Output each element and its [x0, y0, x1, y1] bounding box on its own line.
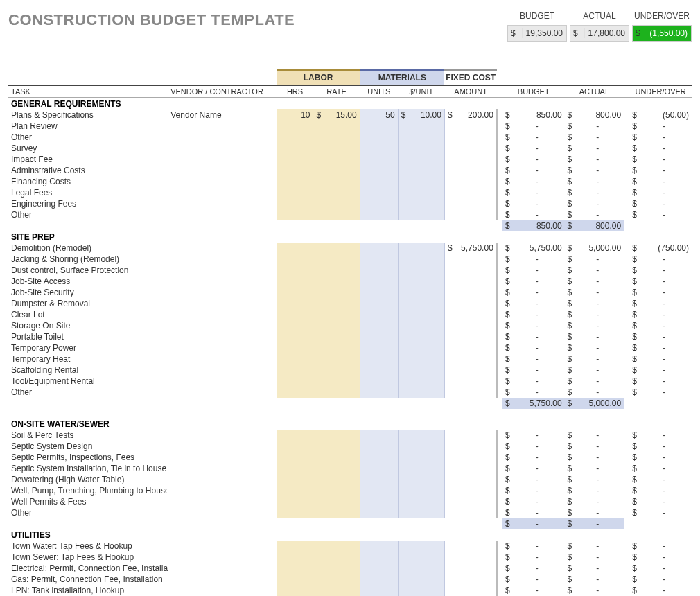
table-row[interactable]: Other---	[8, 387, 692, 398]
amount-cell[interactable]	[444, 496, 496, 507]
punit-cell[interactable]	[398, 187, 444, 198]
table-row[interactable]: Other---	[8, 132, 692, 143]
rate-cell[interactable]	[313, 243, 360, 254]
vendor-cell[interactable]	[168, 387, 277, 398]
rate-cell[interactable]	[313, 154, 360, 165]
hrs-cell[interactable]	[277, 441, 313, 452]
rate-cell[interactable]	[313, 298, 360, 309]
units-cell[interactable]	[360, 387, 398, 398]
rate-cell[interactable]	[313, 287, 360, 298]
vendor-cell[interactable]	[168, 463, 277, 474]
units-cell[interactable]	[360, 376, 398, 387]
vendor-cell[interactable]	[168, 474, 277, 485]
task-cell[interactable]: Impact Fee	[8, 154, 168, 165]
amount-cell[interactable]	[444, 430, 496, 441]
punit-cell[interactable]	[398, 265, 444, 276]
hrs-cell[interactable]	[277, 298, 313, 309]
punit-cell[interactable]	[398, 165, 444, 176]
vendor-cell[interactable]	[168, 298, 277, 309]
punit-cell[interactable]	[398, 176, 444, 187]
vendor-cell[interactable]	[168, 287, 277, 298]
rate-cell[interactable]	[313, 254, 360, 265]
task-cell[interactable]: Town Sewer: Tap Fees & Hookup	[8, 552, 168, 563]
table-row[interactable]: Dewatering (High Water Table)---	[8, 474, 692, 485]
hrs-cell[interactable]	[277, 331, 313, 342]
vendor-cell[interactable]	[168, 585, 277, 596]
punit-cell[interactable]	[398, 143, 444, 154]
units-cell[interactable]	[360, 287, 398, 298]
table-row[interactable]: Temporary Heat---	[8, 353, 692, 365]
punit-cell[interactable]	[398, 320, 444, 331]
hrs-cell[interactable]	[277, 574, 313, 585]
amount-cell[interactable]	[444, 198, 496, 209]
vendor-cell[interactable]	[168, 121, 277, 132]
rate-cell[interactable]	[313, 187, 360, 198]
punit-cell[interactable]	[398, 463, 444, 474]
amount-cell[interactable]	[444, 585, 496, 596]
amount-cell[interactable]	[444, 165, 496, 176]
amount-cell[interactable]	[444, 463, 496, 474]
punit-cell[interactable]	[398, 276, 444, 287]
vendor-cell[interactable]	[168, 265, 277, 276]
task-cell[interactable]: Scaffolding Rental	[8, 365, 168, 376]
table-row[interactable]: Dust control, Surface Protection---	[8, 265, 692, 276]
punit-cell[interactable]	[398, 353, 444, 365]
vendor-cell[interactable]	[168, 198, 277, 209]
hrs-cell[interactable]	[277, 452, 313, 463]
rate-cell[interactable]	[313, 452, 360, 463]
hrs-cell[interactable]	[277, 276, 313, 287]
amount-cell[interactable]	[444, 276, 496, 287]
punit-cell[interactable]	[398, 541, 444, 552]
units-cell[interactable]	[360, 585, 398, 596]
rate-cell[interactable]	[313, 441, 360, 452]
amount-cell[interactable]	[444, 353, 496, 365]
rate-cell[interactable]	[313, 176, 360, 187]
table-row[interactable]: Tool/Equipment Rental---	[8, 376, 692, 387]
hrs-cell[interactable]	[277, 376, 313, 387]
task-cell[interactable]: Plans & Specifications	[8, 109, 168, 121]
task-cell[interactable]: Storage On Site	[8, 320, 168, 331]
task-cell[interactable]: Dewatering (High Water Table)	[8, 474, 168, 485]
units-cell[interactable]	[360, 143, 398, 154]
punit-cell[interactable]	[398, 387, 444, 398]
task-cell[interactable]: Other	[8, 387, 168, 398]
punit-cell[interactable]	[398, 496, 444, 507]
hrs-cell[interactable]	[277, 365, 313, 376]
task-cell[interactable]: Temporary Heat	[8, 353, 168, 365]
rate-cell[interactable]	[313, 474, 360, 485]
vendor-cell[interactable]	[168, 187, 277, 198]
task-cell[interactable]: Portable Toilet	[8, 331, 168, 342]
vendor-cell[interactable]	[168, 496, 277, 507]
hrs-cell[interactable]	[277, 320, 313, 331]
amount-cell[interactable]	[444, 552, 496, 563]
hrs-cell[interactable]	[277, 176, 313, 187]
task-cell[interactable]: Dumpster & Removal	[8, 298, 168, 309]
table-row[interactable]: Town Water: Tap Fees & Hookup---	[8, 541, 692, 552]
amount-cell[interactable]	[444, 574, 496, 585]
hrs-cell[interactable]	[277, 265, 313, 276]
hrs-cell[interactable]	[277, 309, 313, 320]
table-row[interactable]: Engineering Fees---	[8, 198, 692, 209]
rate-cell[interactable]	[313, 353, 360, 365]
amount-cell[interactable]	[444, 176, 496, 187]
vendor-cell[interactable]	[168, 441, 277, 452]
hrs-cell[interactable]	[277, 430, 313, 441]
vendor-cell[interactable]	[168, 209, 277, 220]
units-cell[interactable]	[360, 507, 398, 518]
vendor-cell[interactable]	[168, 154, 277, 165]
amount-cell[interactable]	[444, 376, 496, 387]
punit-cell[interactable]	[398, 121, 444, 132]
amount-cell[interactable]	[444, 121, 496, 132]
hrs-cell[interactable]	[277, 165, 313, 176]
amount-cell[interactable]	[444, 287, 496, 298]
table-row[interactable]: Storage On Site---	[8, 320, 692, 331]
vendor-cell[interactable]: Vendor Name	[168, 109, 277, 121]
task-cell[interactable]: Tool/Equipment Rental	[8, 376, 168, 387]
table-row[interactable]: Portable Toilet---	[8, 331, 692, 342]
units-cell[interactable]	[360, 452, 398, 463]
task-cell[interactable]: Other	[8, 209, 168, 220]
hrs-cell[interactable]	[277, 198, 313, 209]
task-cell[interactable]: Soil & Perc Tests	[8, 430, 168, 441]
hrs-cell[interactable]	[277, 463, 313, 474]
vendor-cell[interactable]	[168, 342, 277, 353]
